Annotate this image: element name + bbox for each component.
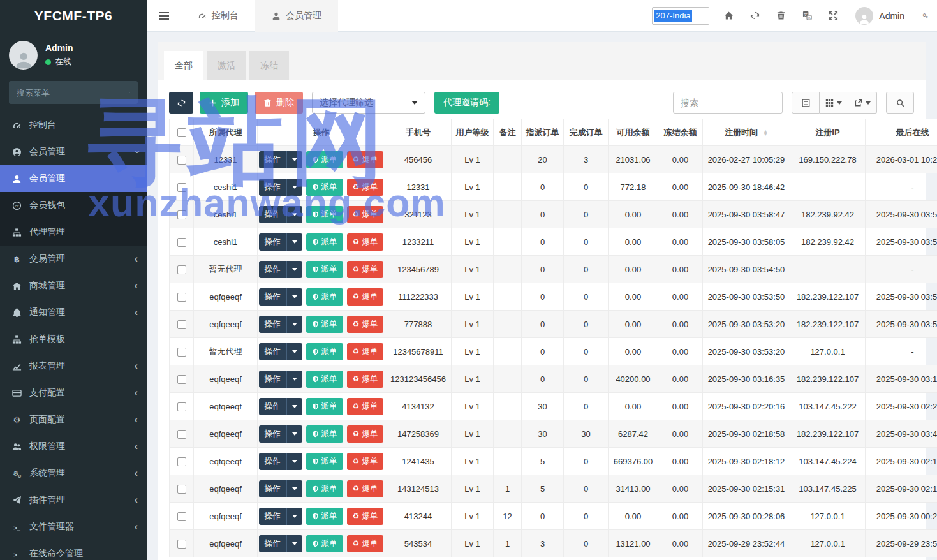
row-checkbox[interactable] (177, 183, 186, 192)
sidebar-toggle-icon[interactable] (147, 10, 181, 22)
column-header[interactable]: 最后在线 (866, 119, 937, 146)
dispatch-button[interactable]: 派单 (306, 233, 343, 251)
trash-icon[interactable] (768, 11, 794, 20)
column-header[interactable]: 指派订单 (522, 119, 564, 146)
operate-dropdown-button[interactable]: 操作 (259, 343, 302, 360)
burst-button[interactable]: ♻爆单 (347, 316, 384, 333)
settings-cogs-icon[interactable]: ⚙⚙ (911, 11, 937, 20)
row-checkbox[interactable] (177, 238, 186, 247)
row-checkbox[interactable] (177, 375, 186, 384)
column-header[interactable]: 操作 (258, 119, 385, 146)
delete-button[interactable]: 删除 (255, 92, 303, 114)
operate-dropdown-button[interactable]: 操作 (259, 151, 302, 168)
row-checkbox[interactable] (177, 156, 186, 165)
table-search-input[interactable] (673, 92, 783, 114)
dispatch-button[interactable]: 派单 (306, 343, 343, 360)
burst-button[interactable]: ♻爆单 (347, 206, 384, 223)
operate-dropdown-button[interactable]: 操作 (259, 535, 302, 552)
columns-button[interactable] (820, 92, 848, 114)
operate-dropdown-button[interactable]: 操作 (259, 206, 302, 223)
dispatch-button[interactable]: 派单 (306, 179, 343, 196)
detail-view-button[interactable] (792, 92, 820, 114)
sidebar-item-1[interactable]: 控制台 (0, 112, 147, 138)
operate-dropdown-button[interactable]: 操作 (259, 398, 302, 415)
row-checkbox[interactable] (177, 265, 186, 274)
burst-button[interactable]: ♻爆单 (347, 453, 384, 470)
sidebar-item-2[interactable]: 会员管理‹ (0, 138, 147, 165)
sidebar-item-17[interactable]: >_在线命令管理 (0, 540, 147, 560)
dispatch-button[interactable]: 派单 (306, 480, 343, 497)
fullscreen-icon[interactable] (820, 11, 846, 20)
row-checkbox[interactable] (177, 485, 186, 494)
sidebar-item-13[interactable]: 权限管理‹ (0, 433, 147, 460)
sidebar-item-4[interactable]: cc会员钱包 (0, 192, 147, 219)
dispatch-button[interactable]: 派单 (306, 288, 343, 306)
row-checkbox[interactable] (177, 320, 186, 329)
dispatch-button[interactable]: 派单 (306, 508, 343, 525)
row-checkbox[interactable] (177, 457, 186, 466)
sidebar-item-14[interactable]: ⚙⚙系统管理‹ (0, 460, 147, 487)
column-header[interactable]: 可用余额 (609, 119, 658, 146)
row-checkbox[interactable] (177, 293, 186, 302)
dispatch-button[interactable]: 派单 (306, 316, 343, 333)
burst-button[interactable]: ♻爆单 (347, 288, 384, 306)
burst-button[interactable]: ♻爆单 (347, 371, 384, 388)
row-checkbox[interactable] (177, 430, 186, 439)
column-header[interactable]: 所属代理 (194, 119, 258, 146)
burst-button[interactable]: ♻爆单 (347, 343, 384, 360)
operate-dropdown-button[interactable]: 操作 (259, 371, 302, 388)
refresh-icon[interactable] (742, 11, 768, 20)
sidebar-item-7[interactable]: 商城管理‹ (0, 272, 147, 299)
tab-all[interactable]: 全部 (164, 51, 203, 80)
column-header[interactable]: 注册IP (790, 119, 866, 146)
burst-button[interactable]: ♻爆单 (347, 425, 384, 443)
sidebar-item-10[interactable]: 报表管理‹ (0, 353, 147, 379)
dispatch-button[interactable]: 派单 (306, 425, 343, 443)
navbar-avatar[interactable] (855, 7, 873, 25)
sidebar-item-16[interactable]: >_文件管理器‹ (0, 513, 147, 540)
operate-dropdown-button[interactable]: 操作 (259, 480, 302, 497)
agent-filter-select[interactable]: 选择代理筛选 (312, 92, 425, 114)
burst-button[interactable]: ♻爆单 (347, 233, 384, 251)
tab-active[interactable]: 激活 (207, 51, 246, 80)
row-checkbox[interactable] (177, 402, 186, 411)
row-checkbox[interactable] (177, 512, 186, 521)
burst-button[interactable]: ♻爆单 (347, 535, 384, 552)
add-button[interactable]: 添加 (200, 92, 248, 114)
operate-dropdown-button[interactable]: 操作 (259, 453, 302, 470)
refresh-button[interactable] (169, 92, 193, 114)
export-button[interactable] (848, 92, 877, 114)
tab-frozen[interactable]: 冻结 (249, 51, 289, 80)
burst-button[interactable]: ♻爆单 (347, 480, 384, 497)
burst-button[interactable]: ♻爆单 (347, 508, 384, 525)
dispatch-button[interactable]: 派单 (306, 535, 343, 552)
dispatch-button[interactable]: 派单 (306, 206, 343, 223)
operate-dropdown-button[interactable]: 操作 (259, 425, 302, 443)
operate-dropdown-button[interactable]: 操作 (259, 316, 302, 333)
column-header[interactable]: 完成订单 (564, 119, 609, 146)
sidebar-search-input[interactable] (17, 88, 129, 98)
home-icon[interactable] (716, 11, 742, 20)
navtab-dashboard[interactable]: 控制台 (181, 0, 255, 32)
burst-button[interactable]: ♻爆单 (347, 261, 384, 278)
column-header[interactable]: 用户等级 (452, 119, 494, 146)
search-button[interactable] (886, 92, 914, 114)
navbar-username[interactable]: Admin (879, 11, 904, 21)
tab-title-input[interactable]: 207-India (652, 7, 709, 25)
dispatch-button[interactable]: 派单 (306, 151, 343, 168)
row-checkbox[interactable] (177, 210, 186, 219)
sidebar-item-15[interactable]: 插件管理‹ (0, 487, 147, 513)
sidebar-item-5[interactable]: 代理管理 (0, 219, 147, 246)
dispatch-button[interactable]: 派单 (306, 261, 343, 278)
translate-icon[interactable]: 文A (794, 11, 820, 20)
dispatch-button[interactable]: 派单 (306, 371, 343, 388)
row-checkbox[interactable] (177, 540, 186, 549)
sidebar-search[interactable] (9, 81, 138, 104)
sidebar-item-12[interactable]: ⚙页面配置‹ (0, 406, 147, 433)
operate-dropdown-button[interactable]: 操作 (259, 179, 302, 196)
invite-code-button[interactable]: 代理邀请码: (434, 92, 499, 114)
column-header[interactable]: 手机号 (385, 119, 452, 146)
dispatch-button[interactable]: 派单 (306, 453, 343, 470)
operate-dropdown-button[interactable]: 操作 (259, 233, 302, 251)
operate-dropdown-button[interactable]: 操作 (259, 288, 302, 306)
